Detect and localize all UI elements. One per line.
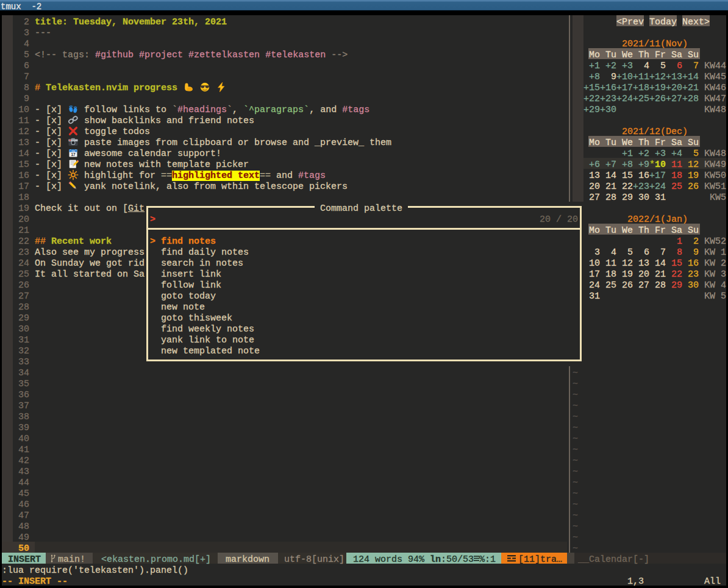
svg-text:17: 17 xyxy=(71,152,76,157)
